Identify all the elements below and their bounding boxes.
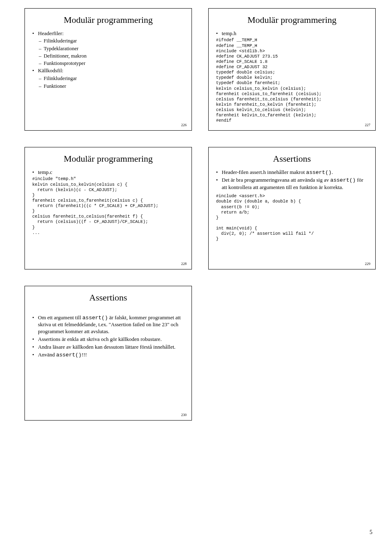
dash-item: Typdeklarationer <box>32 45 184 52</box>
slide-title: Assertions <box>32 292 184 304</box>
bullet: temp.h <box>216 30 368 37</box>
bullet: Headerfiler: <box>32 30 184 37</box>
slide-grid: Modulär programmering Headerfiler: Filin… <box>24 8 376 421</box>
dash-item: Filinkluderingar <box>32 75 184 82</box>
code-block: #include <assert.h> double div (double a… <box>216 194 368 242</box>
slide-number: 226 <box>181 123 187 128</box>
spacer <box>32 308 184 314</box>
slide-number: 228 <box>181 262 187 267</box>
bullet: Om ett argument till assert() är falskt,… <box>32 314 184 336</box>
text: Använd <box>38 352 56 358</box>
bullet: temp.c <box>32 169 184 176</box>
bullet: Källkodsfil: <box>32 67 184 74</box>
bullet: Andra läsare av källkoden kan dessutom l… <box>32 344 184 351</box>
code-inline: assert() <box>82 315 108 321</box>
slide-number: 229 <box>365 262 371 267</box>
bullet: Använd assert()!!! <box>32 352 184 359</box>
slide-230: Assertions Om ett argument till assert()… <box>24 286 192 421</box>
slide-title: Modulär programmering <box>32 153 184 165</box>
bullet: Assertions är enkla att skriva och gör k… <box>32 336 184 343</box>
bullet: Header-filen assert.h innehåller makrot … <box>216 169 368 176</box>
page: Modulär programmering Headerfiler: Filin… <box>0 0 392 552</box>
bullet: Det är bra programmeringsvana att använd… <box>216 177 368 191</box>
dash-item: Funktionsprototyper <box>32 60 184 67</box>
text: . <box>332 169 333 175</box>
page-number: 5 <box>370 529 372 536</box>
text: !!! <box>82 352 87 358</box>
code-block: #include "temp.h" kelvin celsius_to_kelv… <box>32 176 184 235</box>
dash-item: Definitioner, makron <box>32 53 184 59</box>
slide-227: Modulär programmering temp.h #ifndef __T… <box>208 8 376 131</box>
dash-item: Filinkluderingar <box>32 38 184 44</box>
code-block: #ifndef __TEMP_H #define __TEMP_H #inclu… <box>216 38 368 123</box>
slide-title: Modulär programmering <box>216 14 368 26</box>
slide-number: 227 <box>365 123 371 128</box>
slide-226: Modulär programmering Headerfiler: Filin… <box>24 8 192 131</box>
text: Om ett argument till <box>38 314 82 321</box>
code-inline: assert() <box>330 177 356 183</box>
code-inline: assert() <box>306 169 332 176</box>
slide-228: Modulär programmering temp.c #include "t… <box>24 147 192 269</box>
code-inline: assert() <box>56 352 81 358</box>
slide-229: Assertions Header-filen assert.h innehål… <box>208 147 376 269</box>
text: Header-filen assert.h innehåller makrot <box>222 169 306 175</box>
slide-title: Modulär programmering <box>32 14 184 26</box>
text: Det är bra programmeringsvana att använd… <box>222 177 330 183</box>
slide-number: 230 <box>181 413 187 418</box>
slide-title: Assertions <box>216 153 368 165</box>
dash-item: Funktioner <box>32 83 184 89</box>
